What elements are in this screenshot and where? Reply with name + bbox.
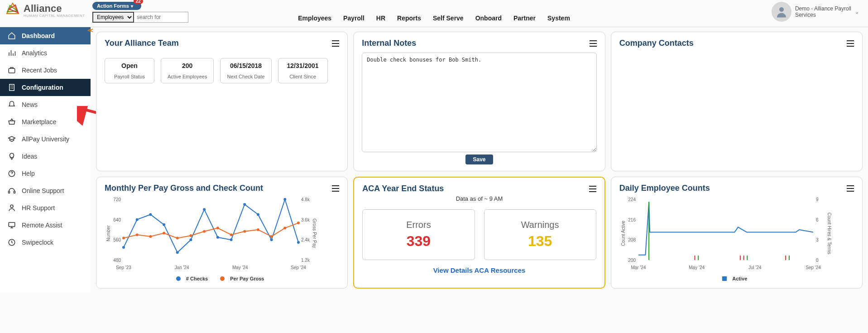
svg-text:560: 560 (113, 237, 121, 242)
save-button[interactable]: Save (465, 154, 493, 164)
card-title: Your Alliance Team (105, 39, 179, 48)
sidebar-item-configuration[interactable]: Configuration (0, 79, 91, 96)
svg-text:Count Active: Count Active (621, 220, 626, 246)
card-menu-icon[interactable] (332, 40, 339, 47)
building-icon (7, 83, 16, 92)
svg-text:Number: Number (106, 225, 111, 241)
nav-system[interactable]: System (547, 14, 570, 22)
nav-payroll[interactable]: Payroll (343, 14, 364, 22)
svg-point-32 (230, 238, 233, 241)
user-area[interactable]: Demo - Alliance Payroll Services ⌄ (772, 2, 863, 22)
svg-text:208: 208 (628, 237, 636, 242)
nav-self-serve[interactable]: Self Serve (433, 14, 464, 22)
svg-point-39 (136, 233, 139, 236)
svg-rect-69 (743, 256, 744, 260)
sidebar-item-ideas[interactable]: Ideas (0, 148, 91, 165)
svg-point-45 (216, 227, 219, 229)
sidebar-item-hr-support[interactable]: HR Support (0, 199, 91, 217)
action-forms-button[interactable]: Action Forms ▾ 22 (92, 2, 141, 10)
sidebar-item-online-support[interactable]: Online Support (0, 182, 91, 199)
sidebar-item-label: Online Support (22, 187, 64, 194)
sidebar-item-analytics[interactable]: Analytics (0, 44, 91, 62)
card-menu-icon[interactable] (590, 40, 597, 47)
sidebar-item-recent-jobs[interactable]: Recent Jobs (0, 62, 91, 79)
nav-reports[interactable]: Reports (397, 14, 421, 22)
svg-point-43 (189, 234, 192, 237)
sidebar-item-dashboard[interactable]: Dashboard (0, 27, 91, 44)
sidebar-item-label: Marketplace (22, 118, 56, 125)
svg-point-42 (176, 237, 179, 240)
chevron-down-icon: ▾ (131, 4, 133, 9)
svg-text:0: 0 (816, 258, 819, 263)
sidebar-item-news[interactable]: News (0, 96, 91, 113)
avatar (772, 2, 791, 22)
svg-point-48 (257, 228, 259, 231)
stat-next-check-date: 06/15/2018 Next Check Date (220, 58, 271, 83)
monthly-legend: # Checks Per Pay Gross (105, 276, 339, 282)
stat-payroll-status: Open Payroll Status (105, 58, 154, 83)
svg-text:Gross Per Pay: Gross Per Pay (312, 218, 317, 248)
card-title: Company Contacts (619, 39, 694, 48)
search-category-select[interactable]: Employees (92, 12, 134, 23)
sidebar-item-label: News (22, 101, 38, 108)
svg-point-31 (216, 236, 219, 239)
chevron-down-icon: ⌄ (855, 9, 859, 15)
aca-errors-value: 339 (367, 233, 470, 250)
card-internal-notes: Internal Notes Double check bonuses for … (353, 32, 605, 171)
nav-partner[interactable]: Partner (513, 14, 536, 22)
svg-text:9: 9 (816, 197, 819, 202)
sidebar-item-university[interactable]: AllPay University (0, 130, 91, 148)
card-menu-icon[interactable] (847, 40, 854, 47)
bell-icon (7, 100, 16, 109)
svg-rect-4 (9, 191, 10, 193)
svg-point-26 (149, 213, 152, 216)
card-menu-icon[interactable] (332, 185, 339, 192)
nav-hr[interactable]: HR (376, 14, 385, 22)
legend-square-active-icon (722, 276, 727, 281)
search-input[interactable] (134, 12, 188, 23)
sidebar-item-help[interactable]: Help (0, 165, 91, 182)
sidebar-item-label: AllPay University (22, 135, 69, 143)
svg-text:Sep '23: Sep '23 (116, 265, 131, 270)
stat-active-employees: 200 Active Employees (161, 58, 214, 83)
svg-point-41 (163, 232, 165, 234)
collapse-sidebar-icon[interactable]: ≪ (87, 27, 93, 34)
sidebar-item-marketplace[interactable]: Marketplace (0, 113, 91, 130)
card-title: Daily Employee Counts (619, 183, 710, 193)
person-icon (7, 203, 16, 212)
nav-onboard[interactable]: Onboard (475, 14, 502, 22)
monthly-chart: 4805606407201.2k2.4k3.6k4.8kNumberGross … (105, 195, 317, 272)
sidebar-item-swipeclock[interactable]: Swipeclock (0, 234, 91, 251)
svg-text:3.6k: 3.6k (301, 217, 310, 222)
card-monthly-gross-checks: Monthly Per Pay Gross and Check Count 48… (96, 177, 348, 289)
aca-subtitle: Data as of ~ 9 AM (362, 195, 596, 202)
svg-text:216: 216 (628, 217, 636, 222)
daily-legend: Active (619, 276, 854, 282)
sidebar-item-label: Analytics (22, 49, 47, 57)
aca-warnings-value: 135 (489, 233, 591, 250)
svg-point-47 (243, 230, 246, 233)
card-your-alliance-team: Your Alliance Team Open Payroll Status 2… (96, 32, 348, 171)
card-daily-employee-counts: Daily Employee Counts 2002082162240369Co… (611, 177, 863, 289)
svg-text:640: 640 (113, 217, 121, 222)
daily-chart: 2002082162240369Count ActiveCount Hires … (619, 195, 832, 272)
card-menu-icon[interactable] (589, 186, 596, 192)
card-title: Monthly Per Pay Gross and Check Count (105, 183, 263, 193)
dashboard-content: Your Alliance Team Open Payroll Status 2… (91, 27, 868, 293)
sidebar-item-remote-assist[interactable]: Remote Assist (0, 217, 91, 234)
svg-rect-68 (740, 256, 741, 260)
aca-details-link[interactable]: View Details ACA Resources (362, 266, 596, 274)
nav-employees[interactable]: Employees (298, 14, 331, 22)
card-menu-icon[interactable] (847, 185, 854, 192)
svg-text:2.4k: 2.4k (301, 237, 310, 242)
svg-rect-1 (9, 68, 15, 73)
search-row: Employees (92, 12, 188, 23)
svg-text:720: 720 (113, 197, 121, 202)
svg-point-37 (297, 241, 300, 244)
svg-point-30 (203, 208, 206, 211)
svg-text:224: 224 (628, 197, 636, 202)
internal-notes-textarea[interactable]: Double check bonuses for Bob Smith. (362, 53, 596, 152)
card-aca-status: ACA Year End Status Data as of ~ 9 AM Er… (353, 177, 605, 289)
svg-point-36 (283, 198, 286, 201)
sidebar-item-label: Swipeclock (22, 239, 53, 246)
